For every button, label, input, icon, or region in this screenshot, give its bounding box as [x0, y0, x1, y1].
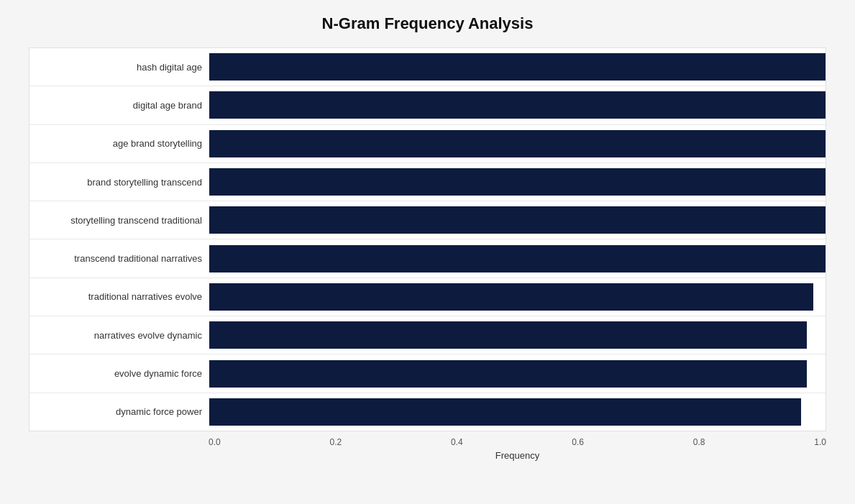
bar-label: dynamic force power [29, 406, 209, 417]
bar-track [209, 48, 826, 86]
x-tick: 0.2 [329, 437, 342, 447]
bar-row: narratives evolve dynamic [29, 316, 826, 354]
bar-label: brand storytelling transcend [29, 177, 209, 188]
bar-label: hash digital age [29, 62, 209, 73]
bar-track [209, 125, 826, 162]
x-tick: 0.0 [209, 437, 221, 447]
x-axis-ticks: 0.00.20.40.60.81.0 [209, 437, 826, 447]
chart-title: N-Gram Frequency Analysis [322, 14, 534, 33]
x-tick: 1.0 [814, 437, 826, 447]
x-axis-label: Frequency [209, 450, 826, 461]
bar-label: transcend traditional narratives [29, 253, 209, 264]
bar-label: age brand storytelling [29, 138, 209, 149]
x-tick: 0.4 [451, 437, 463, 447]
bar-track [209, 316, 826, 354]
bar-track [209, 278, 826, 316]
bar-fill [209, 168, 826, 196]
x-axis-section: 0.00.20.40.60.81.0 [209, 431, 826, 447]
bar-row: age brand storytelling [29, 125, 826, 163]
bar-track [209, 393, 826, 431]
bar-label: evolve dynamic force [29, 368, 209, 379]
bar-fill [209, 53, 826, 81]
bar-label: narratives evolve dynamic [29, 330, 209, 341]
bar-row: storytelling transcend traditional [29, 201, 826, 239]
bar-label: digital age brand [29, 100, 209, 111]
chart-area: hash digital agedigital age brandage bra… [29, 47, 826, 461]
bar-fill [209, 245, 826, 272]
bar-row: digital age brand [29, 86, 826, 124]
bar-track [209, 163, 826, 201]
bar-row: brand storytelling transcend [29, 163, 826, 201]
bar-row: hash digital age [29, 48, 826, 86]
bar-fill [209, 360, 807, 388]
bar-fill [209, 398, 801, 426]
bar-row: traditional narratives evolve [29, 278, 826, 316]
bar-row: dynamic force power [29, 393, 826, 431]
bar-fill [209, 321, 807, 349]
x-tick: 0.6 [572, 437, 584, 447]
bar-track [209, 239, 826, 277]
bar-track [209, 354, 826, 392]
bar-row: evolve dynamic force [29, 354, 826, 393]
bar-track [209, 201, 826, 239]
chart-container: N-Gram Frequency Analysis hash digital a… [0, 0, 855, 504]
bar-track [209, 86, 826, 124]
bar-fill [209, 91, 826, 119]
bar-row: transcend traditional narratives [29, 239, 826, 278]
bar-fill [209, 130, 826, 157]
bars-section: hash digital agedigital age brandage bra… [29, 47, 826, 431]
bar-label: storytelling transcend traditional [29, 215, 209, 226]
bar-fill [209, 283, 813, 311]
bar-label: traditional narratives evolve [29, 291, 209, 302]
bar-fill [209, 206, 826, 234]
x-tick: 0.8 [693, 437, 705, 447]
